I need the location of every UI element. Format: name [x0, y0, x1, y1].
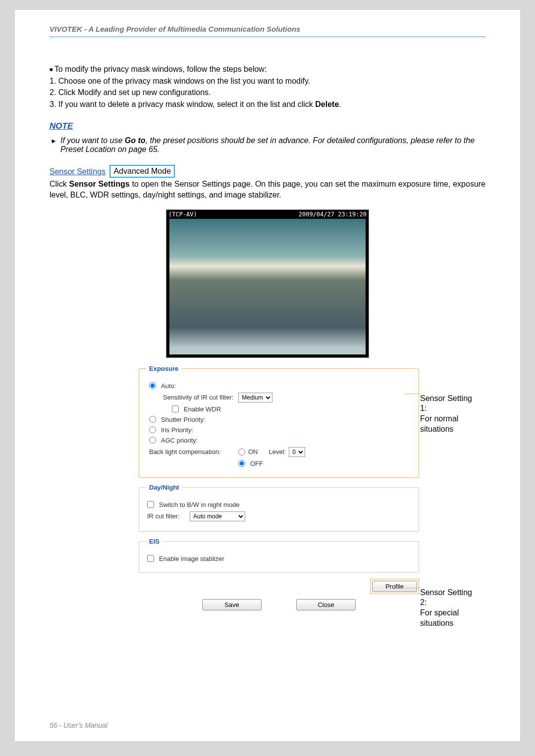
iris-priority-row[interactable]: Iris Priority:	[149, 426, 412, 434]
callout-1-leader	[405, 394, 420, 394]
shutter-priority-row[interactable]: Shutter Priority:	[149, 416, 412, 423]
blc-on-label: ON	[248, 448, 258, 455]
blc-off-label: OFF	[250, 460, 263, 467]
ircut-filter-label: IR cut filter:	[147, 512, 185, 520]
close-button[interactable]: Close	[296, 599, 356, 610]
save-close-row: Save Close	[139, 599, 419, 610]
exposure-auto-label: Auto:	[161, 382, 176, 390]
blc-off-radio[interactable]	[238, 460, 245, 467]
daynight-legend: Day/Night	[146, 484, 182, 491]
intro-step-3-suffix: .	[339, 100, 341, 108]
page-footer: 56 - User's Manual	[50, 721, 107, 729]
intro-bullet: To modify the privacy mask windows, foll…	[50, 64, 485, 75]
agc-priority-row[interactable]: AGC priority:	[149, 437, 412, 444]
sensor-settings-desc: Click Sensor Settings to open the Sensor…	[50, 179, 485, 200]
blc-on-radio[interactable]	[238, 449, 245, 455]
content: To modify the privacy mask windows, foll…	[15, 43, 520, 610]
eis-legend: EIS	[146, 538, 162, 545]
note-prefix: If you want to use	[60, 136, 125, 145]
shutter-priority-label: Shutter Priority:	[161, 416, 206, 423]
video-preview-name: (TCP-AV)	[168, 211, 197, 218]
save-button[interactable]: Save	[202, 599, 262, 610]
intro-step-3: 3. If you want to delete a privacy mask …	[50, 99, 485, 110]
exposure-legend: Exposure	[146, 365, 181, 372]
video-preview-scene	[169, 219, 366, 354]
iris-priority-radio[interactable]	[149, 426, 156, 433]
header: VIVOTEK - A Leading Provider of Multimed…	[15, 10, 520, 43]
switch-bw-row[interactable]: Switch to B/W in night mode	[147, 501, 412, 508]
callout-sensor-setting-1: Sensor Setting 1: For normal situations	[420, 394, 473, 435]
callout-2-leader	[405, 588, 420, 588]
daynight-group: Day/Night Switch to B/W in night mode IR…	[139, 484, 419, 532]
ircut-sensitivity-label: Sensitivity of IR cut filter:	[163, 394, 233, 401]
agc-priority-radio[interactable]	[149, 437, 156, 444]
iris-priority-label: Iris Priority:	[161, 426, 193, 434]
enable-wdr-row[interactable]: Enable WDR	[172, 405, 412, 413]
sensor-desc-prefix: Click	[50, 180, 69, 188]
callout-1-body: For normal situations	[420, 414, 458, 433]
note-heading: NOTE	[50, 121, 485, 131]
switch-bw-checkbox[interactable]	[147, 501, 154, 508]
intro-step-2: 2. Click Modify and set up new configura…	[50, 87, 485, 98]
eis-enable-label: Enable image stablizer	[159, 555, 224, 562]
note-bold: Go to	[125, 136, 146, 145]
callout-2-body: For special situations	[420, 608, 459, 627]
enable-wdr-label: Enable WDR	[184, 405, 221, 413]
switch-bw-label: Switch to B/W in night mode	[159, 501, 240, 508]
shutter-priority-radio[interactable]	[149, 416, 156, 423]
blc-level-select[interactable]: 0	[289, 447, 305, 457]
profile-button[interactable]: Profile	[372, 581, 417, 592]
advanced-mode-badge: Advanced Mode	[109, 165, 175, 178]
enable-wdr-checkbox[interactable]	[172, 405, 179, 412]
exposure-auto-row[interactable]: Auto:	[149, 382, 412, 390]
eis-enable-checkbox[interactable]	[147, 555, 154, 562]
agc-priority-label: AGC priority:	[161, 437, 198, 444]
ircut-sensitivity-select[interactable]: Medium	[238, 393, 272, 403]
page: VIVOTEK - A Leading Provider of Multimed…	[15, 10, 520, 741]
eis-group: EIS Enable image stablizer	[139, 538, 419, 573]
ircut-filter-row: IR cut filter: Auto mode	[147, 511, 412, 521]
profile-row: Profile	[139, 579, 419, 594]
profile-highlight: Profile	[370, 579, 419, 594]
video-preview: (TCP-AV) 2009/04/27 23:19:20	[166, 209, 369, 358]
blc-off-row[interactable]: OFF	[238, 460, 412, 467]
exposure-auto-radio[interactable]	[149, 382, 156, 389]
blc-row: Back light compensation: ON Level: 0	[149, 447, 412, 457]
video-preview-timestamp: 2009/04/27 23:19:20	[299, 211, 367, 218]
intro-step-1: 1. Choose one of the privacy mask window…	[50, 76, 485, 87]
ircut-sensitivity-row: Sensitivity of IR cut filter: Medium	[163, 393, 412, 403]
callout-2-title: Sensor Setting 2:	[420, 588, 472, 607]
blc-label: Back light compensation:	[149, 448, 227, 455]
exposure-group: Exposure Auto: Sensitivity of IR cut fil…	[139, 365, 419, 478]
eis-enable-row[interactable]: Enable image stablizer	[147, 555, 412, 562]
intro-step-3-prefix: 3. If you want to delete a privacy mask …	[50, 100, 315, 108]
settings-panel: Exposure Auto: Sensitivity of IR cut fil…	[139, 365, 419, 610]
divider	[50, 38, 485, 38]
sensor-settings-link[interactable]: Sensor Settings	[50, 167, 106, 176]
callout-1-title: Sensor Setting 1:	[420, 394, 472, 413]
callout-sensor-setting-2: Sensor Setting 2: For special situations	[420, 588, 473, 629]
video-preview-wrap: (TCP-AV) 2009/04/27 23:19:20	[144, 209, 391, 358]
blc-level-label: Level:	[269, 448, 286, 455]
blc-level-wrap: Level: 0	[269, 447, 306, 457]
sensor-settings-header: Sensor Settings Advanced Mode	[50, 165, 485, 178]
header-title: VIVOTEK - A Leading Provider of Multimed…	[50, 25, 485, 37]
note-body: If you want to use Go to, the preset pos…	[50, 136, 485, 154]
ircut-filter-select[interactable]: Auto mode	[190, 511, 245, 521]
sensor-desc-bold: Sensor Settings	[69, 180, 129, 188]
blc-on-wrap[interactable]: ON	[238, 448, 258, 455]
intro-step-3-bold: Delete	[315, 100, 339, 108]
settings-row: Exposure Auto: Sensitivity of IR cut fil…	[139, 365, 473, 610]
